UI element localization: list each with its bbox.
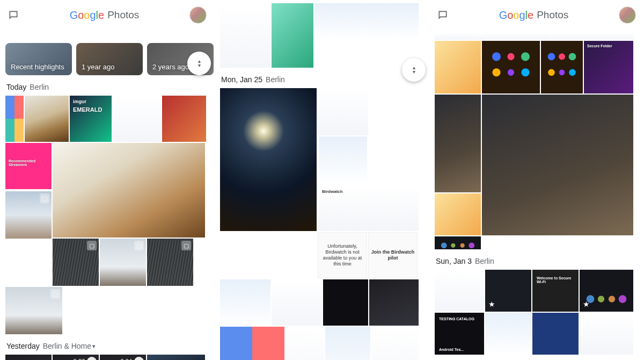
header: Google Photos <box>0 0 214 30</box>
photo-thumb[interactable]: ▢ <box>5 287 62 334</box>
photo-thumb[interactable] <box>319 136 367 184</box>
date-header[interactable]: Mon, Jan 25 Berlin <box>215 68 429 88</box>
burst-icon: ▢ <box>50 289 60 299</box>
photo-thumb[interactable] <box>286 327 324 360</box>
location-label: Berlin <box>266 75 285 84</box>
pane-2: ▴ ▾ Mon, Jan 25 Berlin Birdwatch Unfortu… <box>215 0 429 360</box>
photo-grid-jan3: ★ Welcome to Secure Wi-Fi ★ TESTING CATA… <box>429 270 643 355</box>
date-header[interactable]: Sun, Jan 3 Berlin <box>429 249 643 270</box>
photo-thumb[interactable] <box>482 95 633 235</box>
date-label: Mon, Jan 25 <box>221 75 262 84</box>
app-logo: Google Photos <box>449 9 619 21</box>
photo-thumb[interactable]: Recommended Streamers <box>5 143 52 189</box>
photo-thumb[interactable]: ★ <box>485 270 531 312</box>
photo-thumb[interactable] <box>371 327 419 360</box>
highlight-card[interactable]: 1 year ago <box>76 43 143 75</box>
photo-thumb[interactable] <box>435 270 484 312</box>
burst-icon: ▢ <box>134 241 144 250</box>
star-icon: ★ <box>583 300 590 308</box>
profile-avatar[interactable] <box>619 6 636 24</box>
location-label: Berlin & Home <box>43 342 91 350</box>
photo-thumb[interactable]: ▢ <box>147 239 193 286</box>
chat-icon[interactable] <box>8 9 19 21</box>
photo-thumb[interactable]: ▢ <box>5 191 52 239</box>
pane-1: Google Photos Recent highlights 1 year a… <box>0 0 215 360</box>
photo-grid-top: Secure Folder <box>429 30 643 249</box>
photo-thumb[interactable]: Birdwatch <box>318 185 419 231</box>
chat-icon[interactable] <box>437 9 449 21</box>
profile-avatar[interactable] <box>189 6 207 24</box>
photo-thumb[interactable] <box>272 3 313 68</box>
thumb-text: Welcome to Secure Wi-Fi <box>536 275 575 285</box>
logo-word-photos: Photos <box>537 9 568 21</box>
photo-thumb[interactable] <box>220 327 284 360</box>
photo-thumb[interactable] <box>220 3 270 68</box>
date-label: Yesterday <box>6 342 40 350</box>
thumb-text: Secure Folder <box>586 43 613 49</box>
video-duration: 0:07 <box>74 358 85 360</box>
scroll-fab[interactable]: ▴ ▾ <box>187 52 211 75</box>
photo-thumb[interactable] <box>580 313 633 355</box>
photo-thumb[interactable] <box>113 96 161 142</box>
scroll-fab[interactable]: ▴ ▾ <box>402 58 426 82</box>
photo-thumb[interactable] <box>435 95 481 192</box>
photo-thumb[interactable]: Secure Folder <box>584 41 633 93</box>
photo-thumb[interactable]: 0:07▶ <box>53 355 99 360</box>
thumb-text: Join the Birdwatch pilot <box>369 233 417 278</box>
highlight-card[interactable]: Recent highlights <box>5 43 72 75</box>
photo-thumb[interactable] <box>435 193 481 235</box>
photo-thumb[interactable] <box>485 313 531 355</box>
photo-grid-today: imgur EMERALD Recommended Streamers ▢ ▢ … <box>0 96 214 334</box>
highlight-label: Recent highlights <box>11 63 64 71</box>
photo-thumb[interactable]: imgur EMERALD <box>70 96 112 142</box>
date-header[interactable]: Today Berlin <box>0 75 214 96</box>
location-label: Berlin <box>475 257 494 265</box>
photo-thumb[interactable] <box>53 143 205 237</box>
photo-thumb[interactable] <box>5 96 24 142</box>
photo-thumb[interactable] <box>369 279 419 326</box>
photo-thumb[interactable] <box>435 41 481 93</box>
photo-thumb[interactable] <box>25 96 69 142</box>
star-icon: ★ <box>488 300 495 308</box>
thumb-text: TESTING CATALOG <box>438 316 475 322</box>
thumb-text: EMERALD <box>72 105 103 114</box>
photo-thumb[interactable] <box>435 32 634 40</box>
photo-thumb[interactable] <box>323 279 368 326</box>
photo-thumb[interactable] <box>541 41 583 93</box>
photo-thumb[interactable] <box>162 96 206 142</box>
play-icon: ▶ <box>87 357 97 360</box>
photo-grid-prev <box>215 0 429 68</box>
photo-thumb[interactable]: Join the Birdwatch pilot <box>368 232 418 278</box>
photo-thumb[interactable] <box>532 313 579 355</box>
play-icon: ▶ <box>134 357 144 360</box>
chevron-down-icon: ▾ <box>92 343 96 350</box>
photo-thumb[interactable] <box>220 88 317 231</box>
photo-thumb[interactable] <box>318 88 368 135</box>
photo-thumb[interactable] <box>5 355 52 360</box>
photo-thumb[interactable]: Welcome to Secure Wi-Fi <box>532 270 579 312</box>
photo-thumb[interactable]: Unfortunately, Birdwatch is not availabl… <box>318 232 367 278</box>
thumb-text: imgur <box>72 98 87 105</box>
thumb-text: Android Tes... <box>438 347 465 352</box>
photo-grid-yesterday: 0:07▶ 0:04▶ <box>0 355 214 360</box>
photo-thumb[interactable]: TESTING CATALOG Android Tes... <box>435 313 484 355</box>
location-label: Berlin <box>30 83 49 91</box>
burst-icon: ▢ <box>181 241 191 250</box>
photo-thumb[interactable] <box>325 327 370 360</box>
photo-thumb[interactable]: 0:04▶ <box>100 355 146 360</box>
photo-thumb[interactable] <box>147 355 205 360</box>
photo-thumb[interactable] <box>314 3 419 40</box>
photo-thumb[interactable] <box>435 236 481 249</box>
date-label: Today <box>6 83 26 91</box>
highlights-strip[interactable]: Recent highlights 1 year ago 2 years ago <box>0 43 214 75</box>
date-header[interactable]: Yesterday Berlin & Home ▾ <box>0 334 214 355</box>
photo-thumb[interactable]: ★ <box>580 270 633 312</box>
photo-thumb[interactable]: ▢ <box>53 239 99 286</box>
highlight-label: 2 years ago <box>152 63 189 71</box>
photo-thumb[interactable] <box>220 279 270 326</box>
video-duration: 0:04 <box>121 358 132 360</box>
photo-thumb[interactable] <box>482 41 540 93</box>
photo-thumb[interactable] <box>272 279 322 326</box>
pane-3: Google Photos Secure Folder Sun, Jan 3 B… <box>429 0 644 360</box>
photo-thumb[interactable]: ▢ <box>100 239 146 286</box>
